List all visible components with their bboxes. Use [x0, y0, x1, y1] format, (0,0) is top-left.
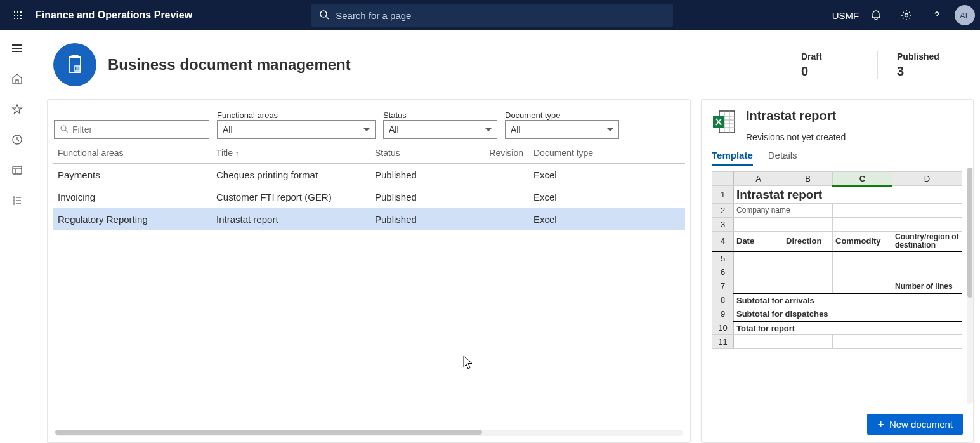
- cell[interactable]: [734, 217, 783, 231]
- cell[interactable]: [892, 321, 962, 335]
- row-header[interactable]: 1: [712, 186, 734, 204]
- excel-icon: [712, 109, 737, 135]
- svg-point-12: [13, 203, 14, 204]
- recents-icon[interactable]: [3, 128, 31, 151]
- chevron-down-icon: [607, 128, 613, 131]
- cell[interactable]: [892, 293, 962, 307]
- functional-areas-dropdown[interactable]: All: [217, 120, 376, 139]
- cell[interactable]: [892, 335, 962, 349]
- cell[interactable]: Commodity: [833, 231, 892, 251]
- cell[interactable]: Country/region of destination: [892, 231, 962, 251]
- cell[interactable]: [783, 279, 833, 293]
- cell[interactable]: [734, 251, 783, 265]
- row-header[interactable]: 4: [712, 231, 734, 251]
- cell[interactable]: Company name: [734, 203, 833, 217]
- cell[interactable]: [833, 251, 892, 265]
- app-launcher-icon[interactable]: [5, 10, 30, 20]
- svg-point-0: [905, 14, 908, 17]
- filter-search[interactable]: [54, 120, 209, 139]
- functional-areas-label: Functional areas: [217, 110, 278, 120]
- horizontal-scrollbar[interactable]: [55, 430, 683, 436]
- col-header-d[interactable]: D: [892, 172, 962, 186]
- cell[interactable]: [833, 203, 892, 217]
- table-row[interactable]: Regulatory ReportingIntrastat reportPubl…: [53, 208, 685, 230]
- cell[interactable]: [892, 265, 962, 279]
- row-header[interactable]: 11: [712, 335, 734, 349]
- cell[interactable]: [892, 203, 962, 217]
- modules-icon[interactable]: [3, 189, 31, 212]
- tab-details[interactable]: Details: [768, 150, 797, 166]
- notifications-icon[interactable]: [863, 3, 889, 28]
- col-header-b[interactable]: B: [783, 172, 833, 186]
- row-header[interactable]: 2: [712, 203, 734, 217]
- row-header[interactable]: 9: [712, 307, 734, 321]
- hamburger-icon[interactable]: [3, 37, 31, 60]
- table-cell: Intrastat report: [211, 208, 370, 230]
- cell[interactable]: [734, 279, 783, 293]
- cell[interactable]: [892, 186, 962, 204]
- table-row[interactable]: InvoicingCustomer FTI report (GER)Publis…: [53, 186, 685, 208]
- col-header-a[interactable]: A: [734, 172, 783, 186]
- workspace-title: Business document management: [108, 56, 351, 74]
- col-revision[interactable]: Revision: [478, 143, 528, 164]
- document-type-dropdown[interactable]: All: [505, 120, 619, 139]
- table-cell: Published: [370, 164, 478, 187]
- col-functional-areas[interactable]: Functional areas: [53, 143, 211, 164]
- cell[interactable]: [833, 265, 892, 279]
- cell[interactable]: Subtotal for arrivals: [734, 293, 892, 307]
- table-cell: [478, 208, 528, 230]
- row-header[interactable]: 8: [712, 293, 734, 307]
- home-icon[interactable]: [3, 67, 31, 90]
- cell[interactable]: Total for report: [734, 321, 892, 335]
- cell[interactable]: [783, 265, 833, 279]
- cell[interactable]: [783, 335, 833, 349]
- cell[interactable]: [833, 217, 892, 231]
- chevron-down-icon: [363, 128, 370, 131]
- cell[interactable]: Date: [734, 231, 783, 251]
- document-type-value: All: [511, 124, 521, 135]
- user-avatar[interactable]: AL: [955, 5, 975, 25]
- col-title[interactable]: Title ↑: [211, 143, 370, 164]
- help-icon[interactable]: [924, 3, 950, 28]
- cell[interactable]: Subtotal for dispatches: [734, 307, 892, 321]
- cell[interactable]: [892, 217, 962, 231]
- row-header[interactable]: 3: [712, 217, 734, 231]
- cell[interactable]: [892, 251, 962, 265]
- cell[interactable]: [783, 217, 833, 231]
- status-dropdown[interactable]: All: [383, 120, 497, 139]
- row-header[interactable]: 6: [712, 265, 734, 279]
- table-cell: Excel: [528, 164, 685, 187]
- row-header[interactable]: 5: [712, 251, 734, 265]
- cell[interactable]: Number of lines: [892, 279, 962, 293]
- table-row[interactable]: PaymentsCheques printing formatPublished…: [53, 164, 685, 187]
- cell[interactable]: Direction: [783, 231, 833, 251]
- favorites-icon[interactable]: [3, 98, 31, 121]
- col-status[interactable]: Status: [370, 143, 478, 164]
- cell[interactable]: [734, 265, 783, 279]
- settings-icon[interactable]: [894, 3, 919, 28]
- global-search-input[interactable]: [336, 10, 665, 21]
- sheet-corner[interactable]: [712, 172, 734, 186]
- workspaces-icon[interactable]: [3, 159, 31, 182]
- draft-count-label: Draft: [801, 51, 858, 62]
- row-header[interactable]: 10: [712, 321, 734, 335]
- col-document-type[interactable]: Document type: [528, 143, 685, 164]
- cell[interactable]: Intrastat report: [734, 186, 892, 204]
- draft-count-tile[interactable]: Draft 0: [782, 51, 877, 79]
- company-code[interactable]: USMF: [833, 3, 858, 28]
- global-search[interactable]: [311, 4, 673, 27]
- tab-template[interactable]: Template: [712, 150, 753, 166]
- filter-search-input[interactable]: [72, 124, 204, 135]
- cell[interactable]: [833, 335, 892, 349]
- cell[interactable]: [833, 279, 892, 293]
- new-document-button[interactable]: + New document: [867, 414, 963, 435]
- vertical-scrollbar[interactable]: [967, 168, 973, 404]
- cell[interactable]: [783, 251, 833, 265]
- cell[interactable]: [892, 307, 962, 321]
- cell[interactable]: [734, 335, 783, 349]
- row-header[interactable]: 7: [712, 279, 734, 293]
- detail-subtitle: Revisions not yet created: [746, 132, 846, 142]
- published-count-tile[interactable]: Published 3: [877, 51, 972, 79]
- template-preview[interactable]: A B C D 1Intrastat report 2Company name …: [702, 166, 973, 406]
- col-header-c[interactable]: C: [833, 172, 892, 186]
